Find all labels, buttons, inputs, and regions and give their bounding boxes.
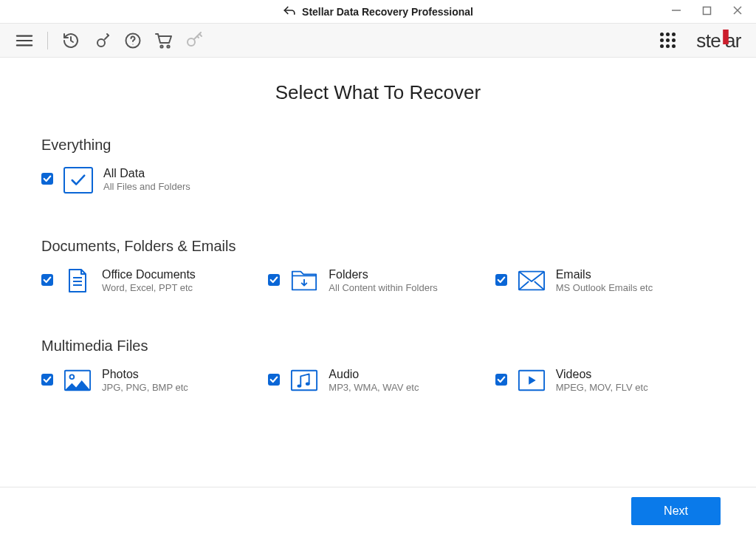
option-desc: All Content within Folders [329,282,437,293]
checkbox-office[interactable] [41,274,53,286]
option-title: Emails [556,268,653,281]
toolbar: stellar [0,24,756,58]
key-icon[interactable] [185,31,205,50]
checkbox-audio[interactable] [268,374,280,386]
close-button[interactable] [732,5,743,18]
audio-icon [290,368,318,393]
section-docs: Documents, Folders & Emails Office Docum… [41,238,715,293]
option-label: Emails MS Outlook Emails etc [556,268,653,293]
window-controls [671,5,756,18]
option-label: Office Documents Word, Excel, PPT etc [102,268,196,293]
option-title: Office Documents [102,268,196,281]
svg-point-10 [160,45,162,47]
video-icon [518,368,546,393]
svg-point-18 [70,374,75,379]
app-title: Stellar Data Recovery Professional [302,6,473,18]
option-photos[interactable]: Photos JPG, PNG, BMP etc [41,368,261,393]
maximize-button[interactable] [702,6,712,18]
help-icon[interactable] [123,31,142,50]
section-title-docs: Documents, Folders & Emails [41,238,715,255]
toolbar-separator [47,32,48,49]
option-office[interactable]: Office Documents Word, Excel, PPT etc [41,268,261,293]
back-icon[interactable] [283,5,296,18]
option-label: All Data All Files and Folders [103,167,190,192]
option-title: Photos [102,368,188,381]
checkbox-folders[interactable] [268,274,280,286]
svg-rect-1 [704,7,711,14]
document-icon [63,268,92,293]
apps-grid-icon[interactable] [658,31,677,50]
option-desc: MP3, WMA, WAV etc [329,382,419,393]
minimize-button[interactable] [671,5,681,18]
section-everything: Everything All Data All Files and Folder… [41,137,715,194]
checkbox-all-data[interactable] [41,173,53,185]
all-data-icon [63,167,93,194]
option-desc: MPEG, MOV, FLV etc [556,382,648,393]
titlebar: Stellar Data Recovery Professional [0,0,756,24]
svg-rect-19 [292,371,317,391]
option-desc: JPG, PNG, BMP etc [102,382,188,393]
svg-point-11 [167,45,169,47]
checkbox-photos[interactable] [41,374,53,386]
option-emails[interactable]: Emails MS Outlook Emails etc [495,268,715,293]
option-title: Folders [329,268,437,281]
main-content: Select What To Recover Everything All Da… [0,58,756,487]
option-desc: Word, Excel, PPT etc [102,282,196,293]
option-label: Videos MPEG, MOV, FLV etc [556,368,648,393]
option-folders[interactable]: Folders All Content within Folders [268,268,487,293]
checkbox-videos[interactable] [495,374,507,386]
history-icon[interactable] [61,31,80,50]
svg-point-21 [306,383,310,386]
lab-icon[interactable] [92,31,111,50]
svg-point-9 [132,44,133,44]
option-desc: All Files and Folders [103,181,190,192]
option-title: Videos [556,368,648,381]
cart-icon[interactable] [154,31,173,50]
option-label: Audio MP3, WMA, WAV etc [329,368,419,393]
option-title: All Data [103,167,190,180]
section-title-media: Multimedia Files [41,338,715,355]
option-label: Photos JPG, PNG, BMP etc [102,368,188,393]
menu-icon[interactable] [15,31,34,50]
toolbar-right: stellar [658,29,741,52]
email-icon [518,268,546,293]
footer: Next [0,487,756,534]
svg-point-20 [298,384,302,387]
svg-point-7 [97,39,105,47]
toolbar-left [15,31,205,50]
section-media: Multimedia Files Photos JPG, PNG, BMP et… [41,338,715,393]
next-button[interactable]: Next [631,497,721,525]
option-desc: MS Outlook Emails etc [556,282,653,293]
title-center: Stellar Data Recovery Professional [283,5,473,18]
checkbox-emails[interactable] [495,274,507,286]
option-title: Audio [329,368,419,381]
folder-icon [290,268,318,293]
photo-icon [63,368,92,393]
option-all-data[interactable]: All Data All Files and Folders [41,167,270,194]
page-title: Select What To Recover [41,81,715,104]
option-videos[interactable]: Videos MPEG, MOV, FLV etc [495,368,715,393]
option-label: Folders All Content within Folders [329,268,437,293]
brand-logo: stellar [696,29,741,52]
section-title-everything: Everything [41,137,715,154]
option-audio[interactable]: Audio MP3, WMA, WAV etc [268,368,487,393]
